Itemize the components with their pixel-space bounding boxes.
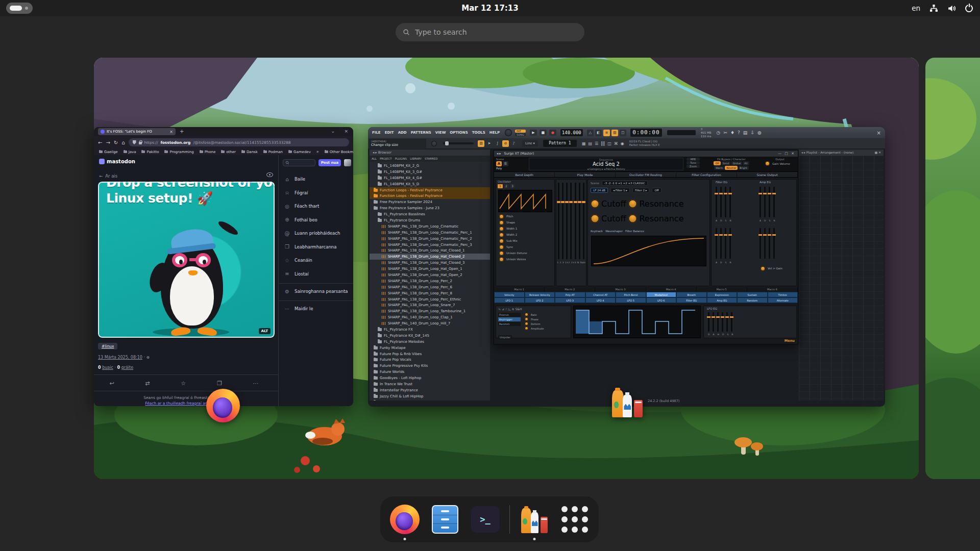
- mic-icon[interactable]: ♦: [730, 130, 734, 135]
- wait-toggle[interactable]: ◧: [595, 130, 602, 136]
- back-link[interactable]: ←Ar ais: [99, 173, 117, 179]
- tree-item[interactable]: SHARP_PAL_138_Drum_Loop_Perc_2: [370, 278, 490, 284]
- mixer-slider[interactable]: [558, 183, 559, 259]
- mixer-slider[interactable]: [566, 183, 568, 259]
- lock-icon[interactable]: [139, 142, 142, 144]
- eg-slider[interactable]: [731, 312, 732, 332]
- tempo-display[interactable]: 140.000: [560, 129, 583, 136]
- eg-slider[interactable]: [716, 187, 717, 217]
- sidebar-item[interactable]: ⊕ Fothaí beo: [279, 213, 353, 227]
- network-icon[interactable]: [929, 4, 938, 13]
- eg-slider[interactable]: [717, 312, 719, 332]
- fx-bypass-option[interactable]: All: [743, 161, 749, 165]
- bookmark-icon[interactable]: ❐: [217, 380, 222, 387]
- eg-slider[interactable]: [729, 187, 731, 217]
- osc-knob[interactable]: [499, 257, 504, 262]
- tempo-tap-icon[interactable]: ◉: [621, 141, 624, 146]
- sidebar-item[interactable]: ❐ Leabharmharcanna: [279, 240, 353, 254]
- eg-slider[interactable]: [713, 312, 714, 332]
- browser-tab[interactable]: STARRED: [425, 157, 438, 160]
- vel-gain-knob[interactable]: [761, 266, 765, 271]
- menu-item[interactable]: ADD: [398, 131, 407, 135]
- cut-icon[interactable]: ✂: [723, 130, 727, 135]
- zoom-slider[interactable]: [443, 142, 474, 144]
- lfo-knob[interactable]: [525, 313, 528, 316]
- eg-slider[interactable]: [764, 187, 766, 217]
- lfo-shape-selector[interactable]: ∿ ⊿ ⎍ ◺ ≋ S&H: [496, 306, 571, 312]
- plugin-icon[interactable]: ⌘: [614, 141, 618, 146]
- menu-item[interactable]: TOOLS: [472, 131, 485, 135]
- tree-item[interactable]: FL_Psytrance Kit_D#_145: [370, 333, 490, 339]
- mod-source-cell[interactable]: Poly AT: [555, 292, 585, 297]
- surge-xt-plugin[interactable]: ◂ ▸ Surge XT (Master) ­— ▢ ✕ Scene A B P…: [494, 150, 798, 344]
- eg-slider[interactable]: [769, 228, 770, 259]
- play-button[interactable]: ▶: [530, 130, 537, 136]
- browser-tab[interactable]: PROJECT: [380, 157, 392, 160]
- mixer-slider[interactable]: [562, 183, 564, 259]
- tree-item[interactable]: SHARP_PAL_138_Drum_Loop_Perc_6: [370, 284, 490, 290]
- tree-item[interactable]: SHARP_PAL_138_Drum_Loop_Cinematic_Perc_3: [370, 242, 490, 248]
- tree-item[interactable]: Goodbyes - Lofi Hiphop: [370, 375, 490, 381]
- waveshaper-display[interactable]: [591, 236, 706, 266]
- playlist-panel[interactable]: ◂ ▸ Playlist - Arrangement - (none) ▦ ✕: [799, 149, 884, 400]
- tree-item[interactable]: Function Loops - Festival Psytrance: [370, 193, 490, 199]
- paint-tool[interactable]: ➤: [486, 140, 493, 147]
- tree-item[interactable]: Future Worlds: [370, 369, 490, 375]
- reload-icon[interactable]: ↻: [114, 140, 118, 145]
- power-icon[interactable]: [965, 5, 973, 12]
- tree-item[interactable]: SHARP_PAL_138_Drum_Loop_Hat_Open_2: [370, 272, 490, 278]
- tree-item[interactable]: SHARP_PAL_138_Drum_Loop_Cinematic: [370, 223, 490, 230]
- search-input[interactable]: Type to search: [396, 23, 584, 41]
- save-icon[interactable]: ▤: [743, 130, 748, 135]
- tree-item[interactable]: SHARP_PAL_138_Drum_Loop_Cinematic_Perc_2: [370, 236, 490, 242]
- tree-item[interactable]: Interstellar Psytrance: [370, 387, 490, 393]
- mod-source-cell[interactable]: Alternate: [768, 297, 798, 303]
- window-close-icon[interactable]: ×: [344, 129, 348, 134]
- workspace-preview-next[interactable]: [925, 58, 980, 479]
- back-icon[interactable]: ←: [98, 140, 102, 145]
- hashtag-link[interactable]: #linux: [98, 343, 117, 349]
- menu-item[interactable]: PATTERNS: [411, 131, 431, 135]
- mute-tool[interactable]: ♪: [510, 140, 517, 147]
- osc-knob[interactable]: [499, 239, 504, 243]
- draw-tool[interactable]: ▥: [478, 140, 484, 147]
- bookmark-item[interactable]: Programming: [164, 150, 193, 154]
- mod-source-cell[interactable]: LFO 4: [585, 297, 616, 303]
- mod-source-cell[interactable]: Release Velocity: [525, 292, 555, 297]
- eg-slider[interactable]: [769, 187, 770, 217]
- mod-source-cell[interactable]: LFO 1: [494, 297, 525, 303]
- menu-item[interactable]: EDIT: [385, 131, 394, 135]
- post-date[interactable]: 13 Márta 2025, 08:10 · ⊕: [98, 355, 150, 360]
- clock[interactable]: Mar 12 17:13: [0, 0, 980, 16]
- mod-source-cell[interactable]: LFO 6: [646, 297, 677, 303]
- lfo-knob[interactable]: [525, 322, 528, 325]
- slip-tool[interactable]: ∫: [494, 140, 501, 147]
- bookmark-item[interactable]: Java: [124, 150, 136, 154]
- other-bookmarks[interactable]: Other Bookmarks: [325, 150, 353, 154]
- plugin-window-buttons[interactable]: ­— ▢ ✕: [778, 152, 795, 156]
- render-icon[interactable]: ⇩: [750, 130, 754, 135]
- status-toggle[interactable]: Zoom: [687, 165, 700, 168]
- tree-item[interactable]: SHARP_PAL_138_Drum_Loop_Hat_Closed_2: [370, 254, 490, 260]
- tree-item[interactable]: SHARP_PAL_138_Drum_Loop_Snare_7: [370, 302, 490, 308]
- plugin-nav-arrows[interactable]: ◂ ▸: [497, 152, 501, 156]
- lfo-knob[interactable]: [525, 327, 528, 330]
- section-header[interactable]: Play Mode: [555, 172, 616, 177]
- play-mode[interactable]: Poly: [496, 167, 525, 170]
- filter-knob[interactable]: [628, 214, 637, 223]
- eg-slider[interactable]: [708, 312, 709, 332]
- fx-bypass-option[interactable]: Global: [731, 161, 742, 165]
- sidebar-item[interactable]: ⌂ Baile: [279, 172, 353, 186]
- new-post-button[interactable]: Post nua: [318, 159, 341, 166]
- dock-terminal[interactable]: >_: [469, 503, 501, 536]
- eg-slider[interactable]: [716, 228, 717, 259]
- tree-item[interactable]: SHARP_PAL_138_Drum_Loop_Cinematic_Perc_1: [370, 230, 490, 236]
- menu-item[interactable]: HELP: [489, 131, 500, 135]
- tree-item[interactable]: FL_Psytrance Melodies: [370, 339, 490, 345]
- tree-item[interactable]: SHARP_PAL_138_Drum_Loop_Hat_Open_1: [370, 266, 490, 272]
- filter-2-selector[interactable]: Filter 2 ▸: [632, 188, 649, 193]
- dock-app-grid[interactable]: [558, 503, 591, 536]
- song-mode-toggle[interactable]: SONG: [515, 133, 526, 136]
- section-header[interactable]: Bend Depth: [494, 172, 555, 177]
- octave-selector[interactable]: -3 -2 -1 0 +1 +2 +3 CLASSIC: [602, 181, 648, 186]
